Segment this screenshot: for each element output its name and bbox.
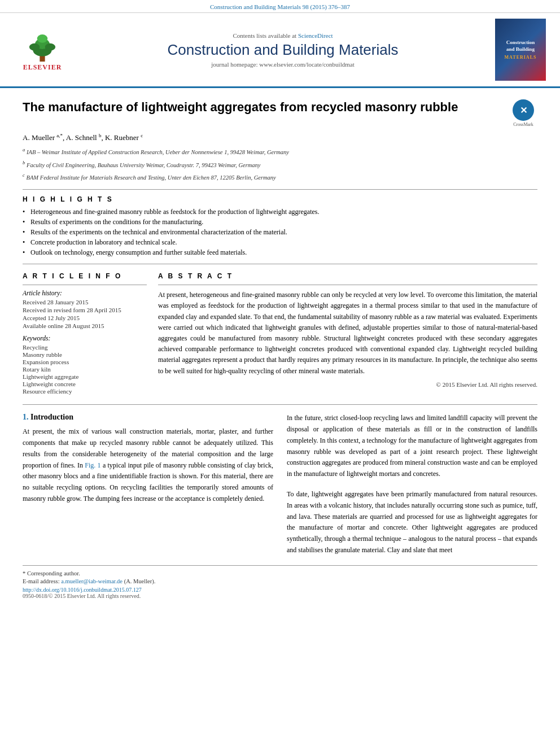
elsevier-logo: ELSEVIER [11, 28, 73, 72]
highlights-list: Heterogeneous and fine-grained masonry r… [23, 208, 537, 257]
journal-center: Contents lists available at ScienceDirec… [79, 32, 487, 68]
footnote-section: * Corresponding author. E-mail address: … [23, 565, 537, 599]
introduction-section: 1. Introduction At present, the mix of v… [23, 404, 537, 556]
intro-right-text-2: To date, lightweight aggregates have bee… [287, 489, 537, 556]
accepted-line: Accepted 12 July 2015 [23, 314, 147, 321]
thumb-title: Constructionand Building [506, 40, 535, 53]
journal-header: ELSEVIER Contents lists available at Sci… [0, 13, 560, 88]
crossmark-label: CrossMark [513, 122, 533, 127]
affiliations: a IAB – Weimar Institute of Applied Cons… [23, 146, 537, 182]
article-title: The manufacture of lightweight aggregate… [23, 99, 458, 116]
thumb-box: Constructionand Building MATERIALS [495, 19, 546, 81]
abstract-divider [158, 285, 537, 285]
sciencedirect-link[interactable]: ScienceDirect [298, 32, 333, 39]
keyword-item: Expansion process [23, 359, 147, 365]
email-label: E-mail address: [23, 578, 60, 584]
sciencedirect-line: Contents lists available at ScienceDirec… [79, 32, 487, 39]
article-history: Article history: Received 28 January 201… [23, 290, 147, 329]
footnote-corresponding: * Corresponding author. [23, 570, 537, 576]
journal-title: Construction and Building Materials [79, 41, 487, 59]
keywords-section: Keywords: Recycling Masonry rubble Expan… [23, 335, 147, 395]
two-column-section: A R T I C L E I N F O Article history: R… [23, 272, 537, 395]
affiliation-a: a IAB – Weimar Institute of Applied Cons… [23, 146, 537, 157]
email-suffix: (A. Mueller). [124, 578, 156, 584]
crossmark-circle: ✕ [513, 99, 534, 121]
keyword-item: Lightweight concrete [23, 381, 147, 387]
crossmark-icon: ✕ [520, 105, 527, 116]
highlights-section: H I G H L I G H T S Heterogeneous and fi… [23, 195, 537, 257]
elsevier-tree-icon [20, 28, 65, 62]
highlights-title: H I G H L I G H T S [23, 195, 537, 203]
footnote-email-line: E-mail address: a.mueller@iab-weimar.de … [23, 578, 537, 584]
article-info-title: A R T I C L E I N F O [23, 272, 147, 280]
intro-right-col: In the future, strict closed-loop recycl… [287, 413, 537, 556]
abstract-column: A B S T R A C T At present, heterogeneou… [158, 272, 537, 395]
section-heading-intro: 1. Introduction [23, 413, 273, 422]
intro-two-col: 1. Introduction At present, the mix of v… [23, 413, 537, 556]
journal-homepage: journal homepage: www.elsevier.com/locat… [79, 61, 487, 68]
highlight-item: Concrete production in laboratory and te… [23, 238, 537, 247]
journal-thumbnail: Constructionand Building MATERIALS [492, 19, 549, 81]
elsevier-logo-img: ELSEVIER [11, 28, 73, 72]
highlight-item: Results of experiments on the conditions… [23, 218, 537, 226]
section-divider-2 [23, 264, 537, 264]
abstract-title: A B S T R A C T [158, 272, 537, 280]
elsevier-text: ELSEVIER [23, 63, 62, 72]
intro-right-text: In the future, strict closed-loop recycl… [287, 413, 537, 480]
highlight-item: Outlook on technology, energy consumptio… [23, 248, 537, 257]
article-title-row: The manufacture of lightweight aggregate… [23, 99, 537, 127]
main-content: The manufacture of lightweight aggregate… [0, 88, 560, 610]
citation-bar: Construction and Building Materials 98 (… [0, 0, 560, 13]
received-line: Received 28 January 2015 [23, 299, 147, 305]
keywords-title: Keywords: [23, 335, 147, 342]
affiliation-c: c BAM Federal Institute for Materials Re… [23, 171, 537, 182]
svg-point-4 [29, 43, 40, 50]
authors-line: A. Mueller a,*, A. Schnell b, K. Ruebner… [23, 133, 537, 142]
svg-point-5 [45, 43, 55, 50]
keyword-item: Resource efficiency [23, 388, 147, 395]
keyword-item: Recycling [23, 344, 147, 351]
citation-text: Construction and Building Materials 98 (… [210, 3, 350, 10]
article-info-divider [23, 285, 147, 285]
intro-left-col: 1. Introduction At present, the mix of v… [23, 413, 273, 556]
intro-left-text: At present, the mix of various wall cons… [23, 426, 273, 505]
issn-text: 0950-0618/© 2015 Elsevier Ltd. All right… [23, 593, 537, 599]
section-number: 1. [23, 413, 29, 421]
section-divider-1 [23, 189, 537, 190]
thumb-subtitle: MATERIALS [505, 55, 537, 60]
copyright-line: © 2015 Elsevier Ltd. All rights reserved… [158, 381, 537, 388]
keyword-item: Masonry rubble [23, 351, 147, 358]
history-title: Article history: [23, 290, 147, 296]
highlight-item: Heterogeneous and fine-grained masonry r… [23, 208, 537, 216]
keyword-item: Rotary kiln [23, 366, 147, 373]
abstract-text: At present, heterogeneous and fine-grain… [158, 290, 537, 377]
doi-text[interactable]: http://dx.doi.org/10.1016/j.conbuildmat.… [23, 587, 537, 593]
svg-point-3 [37, 34, 47, 43]
revised-line: Received in revised form 28 April 2015 [23, 307, 147, 313]
crossmark-badge: ✕ CrossMark [509, 99, 537, 127]
article-info-column: A R T I C L E I N F O Article history: R… [23, 272, 147, 395]
fig1-link[interactable]: Fig. 1 [85, 461, 100, 469]
affiliation-b: b Faculty of Civil Engineering, Bauhaus … [23, 159, 537, 170]
available-line: Available online 28 August 2015 [23, 322, 147, 329]
email-link[interactable]: a.mueller@iab-weimar.de [61, 578, 123, 584]
keyword-item: Lightweight aggregate [23, 373, 147, 380]
highlight-item: Results of the experiments on the techni… [23, 228, 537, 237]
